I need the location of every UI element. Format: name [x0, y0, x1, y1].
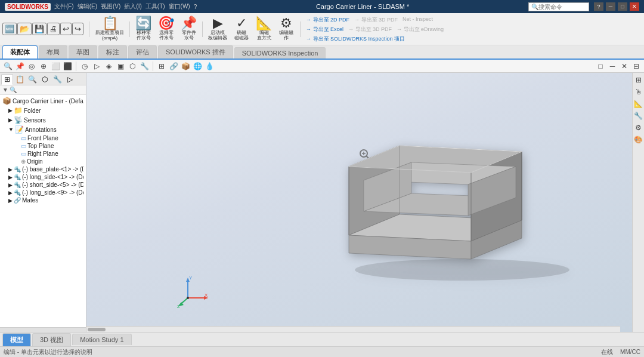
search-input[interactable]	[538, 4, 586, 10]
viewport-hscroll[interactable]	[86, 326, 620, 332]
sec-icon-d4[interactable]: 🌐	[192, 61, 203, 72]
parts-btn[interactable]: 📌 零件件水号	[178, 14, 200, 44]
redo-btn[interactable]: ↪	[72, 23, 83, 35]
panel-tab-3[interactable]: 🔍	[26, 74, 38, 85]
tree-item-front-plane[interactable]: ▶ ▭ Front Plane	[1, 134, 85, 142]
save-btn[interactable]: 💾	[32, 23, 47, 35]
sec-icon-c4[interactable]: ▣	[115, 61, 126, 72]
parts-label: 零件件水号	[182, 30, 196, 41]
export-excel-btn[interactable]: → 导出至 Excel	[306, 25, 343, 34]
tab-assembly[interactable]: 装配体	[2, 45, 38, 59]
export-sw-btn[interactable]: → 导出至 SOLIDWORKS Inspection 项目	[306, 35, 405, 42]
tree-item-annotations[interactable]: ▼ 📝 Annotations	[1, 125, 85, 134]
sec-icon-c3[interactable]: ◈	[103, 61, 114, 72]
tab-evaluate[interactable]: 评估	[128, 45, 157, 59]
export-edrawing-btn[interactable]: → 导出至 eDrawing	[397, 25, 444, 34]
svg-point-32	[187, 297, 189, 299]
sec-icon-target[interactable]: ◎	[26, 61, 37, 72]
sec-icon-gear[interactable]: 🔧	[139, 61, 150, 72]
sec-icon-r1[interactable]: □	[595, 61, 606, 72]
export-3dpdf-btn[interactable]: → 导出至 3D PDF	[354, 16, 398, 24]
right-icon-4[interactable]: 🔧	[634, 111, 643, 121]
panel-tab-2[interactable]: 📋	[14, 74, 26, 85]
tree-item-short-side-5[interactable]: ▶ 🔩 (-) short_side-<5> -> (De	[1, 181, 85, 189]
print-btn[interactable]: 🖨	[47, 23, 60, 35]
tree-root[interactable]: 📦 Cargo Carrier Liner - (Default	[1, 96, 85, 106]
open-btn[interactable]: 📂	[17, 23, 32, 35]
panel-tab-4[interactable]: ⬡	[39, 74, 51, 85]
edit-label: 编磁直方式	[257, 30, 271, 41]
new-inspection-btn[interactable]: 📋 新建检查项目(ampA)	[92, 14, 127, 44]
sec-icon-box[interactable]: ⬜	[50, 61, 61, 72]
sec-icon-d3[interactable]: 📦	[180, 61, 191, 72]
right-icon-3[interactable]: 📐	[634, 99, 643, 109]
panel-tab-tree[interactable]: ⊞	[1, 74, 13, 85]
sec-icon-r3[interactable]: ✕	[619, 61, 630, 72]
right-icon-5[interactable]: ⚙	[634, 123, 643, 133]
status-middle: 在线	[601, 348, 613, 356]
tree-item-mates[interactable]: ▶ 🔗 Mates	[1, 196, 85, 204]
edit-method-btn[interactable]: 📐 编磁直方式	[253, 14, 275, 44]
tree-item-folder[interactable]: ▶ 📁 Folder	[1, 106, 85, 115]
folder-label: Folder	[24, 107, 41, 114]
right-icon-6[interactable]: 🎨	[634, 135, 643, 144]
confirm-btn[interactable]: ✓ 确磁磁磁器	[231, 14, 252, 44]
right-icon-1[interactable]: ⊞	[634, 75, 643, 85]
tab-motion-study[interactable]: Motion Study 1	[72, 334, 131, 345]
select-label: 选择零件水号	[159, 30, 174, 41]
tree-item-long-side-1[interactable]: ▶ 🔩 (-) long_side-<1> -> (Def	[1, 173, 85, 181]
edit-work-btn[interactable]: ⚙ 编磁磁作	[275, 14, 297, 44]
undo-btn[interactable]: ↩	[60, 23, 72, 35]
sec-icon-r2[interactable]: ─	[607, 61, 618, 72]
tab-sw-addins[interactable]: SOLIDWORKS 插件	[158, 45, 233, 59]
sec-icon-solid[interactable]: ⬛	[62, 61, 73, 72]
titlebar: SOLIDWORKS 文件(F) 编辑(E) 视图(V) 插入(I) 工具(T)…	[0, 0, 644, 13]
tree-hscroll[interactable]	[0, 327, 86, 332]
win-close-btn[interactable]: ✕	[630, 2, 639, 11]
sec-icon-c5[interactable]: ⬡	[127, 61, 138, 72]
sec-icon-c1[interactable]: ◷	[79, 61, 90, 72]
start-icon: ▶	[213, 17, 223, 30]
export-3dpdf2-btn[interactable]: → 导出至 3D PDF	[348, 25, 392, 34]
tree-item-top-plane[interactable]: ▶ ▭ Top Plane	[1, 142, 85, 150]
panel-tab-6[interactable]: ▷	[64, 74, 76, 85]
tree-item-long-side-9[interactable]: ▶ 🔩 (-) long_side-<9> -> (Def	[1, 189, 85, 196]
select-parts-btn[interactable]: 🎯 选择零件水号	[155, 14, 177, 44]
tab-sw-inspection[interactable]: SOLIDWORKS Inspection	[234, 47, 326, 59]
sec-icon-add[interactable]: ⊕	[38, 61, 49, 72]
right-icon-2[interactable]: 🖱	[634, 87, 643, 97]
export-2dpdf-btn[interactable]: → 导出至 2D PDF	[306, 16, 349, 24]
tree-item-base-plate[interactable]: ▶ 🔩 (-) base_plate-<1> -> (De	[1, 165, 85, 173]
win-min-btn[interactable]: ─	[606, 2, 615, 11]
tree-item-origin[interactable]: ▶ ⊕ Origin	[1, 158, 85, 165]
help-btn[interactable]: ?	[594, 2, 603, 11]
sec-icon-d2[interactable]: 🔗	[168, 61, 179, 72]
status-bar: 编辑 - 单击元素以进行选择的说明 在线 MM/CC	[0, 346, 644, 357]
viewport[interactable]: Y X Z	[86, 73, 632, 332]
tab-3d-view[interactable]: 3D 视图	[32, 333, 71, 346]
new-inspection-icon: 📋	[102, 17, 118, 30]
start-editor-btn[interactable]: ▶ 启动模板编辑器	[205, 14, 230, 44]
annotations-expand: ▼	[8, 127, 14, 133]
tab-sketch[interactable]: 草图	[69, 45, 97, 59]
sec-icon-d1[interactable]: ⊞	[156, 61, 167, 72]
sec-icon-r4[interactable]: ⊟	[631, 61, 642, 72]
sec-icon-search[interactable]: 🔍	[2, 61, 13, 72]
tab-layout[interactable]: 布局	[39, 45, 67, 59]
tree-item-sensors[interactable]: ▶ 📡 Sensors	[1, 115, 85, 125]
search-box[interactable]: 🔍	[528, 2, 589, 11]
sec-icon-pin[interactable]: 📌	[14, 61, 25, 72]
sec-icon-c2[interactable]: ▷	[91, 61, 102, 72]
ls9-label: (-) long_side-<9> -> (Def	[22, 189, 83, 196]
tree-item-right-plane[interactable]: ▶ ▭ Right Plane	[1, 150, 85, 158]
tab-model[interactable]: 模型	[2, 333, 31, 346]
win-max-btn[interactable]: □	[618, 2, 627, 11]
net-inspect-btn[interactable]: Net - Inspect	[402, 16, 433, 24]
move-parts-btn[interactable]: 🔄 移种零件水号	[132, 14, 154, 44]
panel-tab-5[interactable]: 🔧	[51, 74, 63, 85]
right-plane-label: Right Plane	[27, 150, 58, 157]
new-btn[interactable]: 🆕	[2, 23, 17, 35]
tab-annotation[interactable]: 标注	[98, 45, 127, 59]
sec-icon-d5[interactable]: 💧	[204, 61, 215, 72]
mates-label: Mates	[22, 197, 38, 204]
